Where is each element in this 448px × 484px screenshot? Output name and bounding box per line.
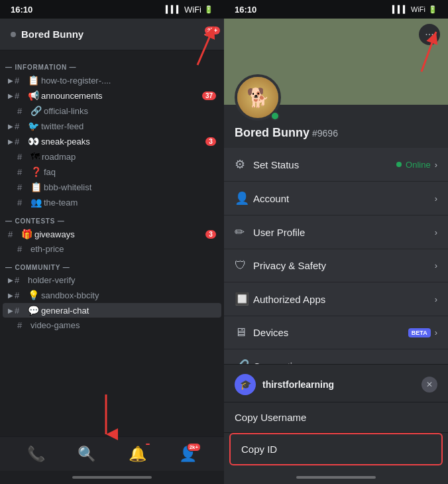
server-bullet (11, 32, 16, 37)
menu-account[interactable]: 👤 Account › (224, 182, 448, 215)
channel-name: faq (44, 167, 216, 177)
home-indicator-container-left (0, 471, 224, 484)
chevron-icon: › (435, 294, 437, 304)
bell-badge (145, 443, 150, 446)
channel-badge: 3 (205, 230, 216, 239)
copy-id-option[interactable]: Copy ID (229, 433, 443, 465)
channel-video-games[interactable]: # video-games (3, 318, 221, 332)
online-indicator (270, 111, 280, 121)
channel-name: holder-verify (28, 275, 216, 285)
connections-icon: 🔗 (235, 359, 253, 364)
menu-user-profile[interactable]: ✏ User Profile › (224, 215, 448, 249)
menu-privacy-safety[interactable]: 🛡 Privacy & Safety › (224, 249, 448, 282)
menu-devices[interactable]: 🖥 Devices BETA › (224, 316, 448, 349)
hash-icon: # (8, 229, 19, 239)
menu-set-status[interactable]: ⚙ Set Status Online › (224, 148, 448, 182)
status-icons-left: ▍▍▍ WiFi 🔋 (166, 5, 213, 15)
avatar-icon[interactable]: 👤 2k+ (179, 446, 197, 463)
chevron-icon: › (435, 194, 437, 204)
channel-sneak-peaks[interactable]: ▶ # 👀 sneak-peaks 3 (3, 134, 221, 149)
online-label: Online (406, 160, 431, 170)
channel-eth-price[interactable]: # eth-price (3, 242, 221, 256)
channel-sandbox-bbcity[interactable]: ▶ # 💡 sandbox-bbcity (3, 288, 221, 302)
category-label: — INFORMATION — (5, 64, 76, 71)
category-contests: — CONTESTS — (0, 215, 224, 226)
status-bar-left: 16:10 ▍▍▍ WiFi 🔋 (0, 0, 224, 19)
wifi-icon-r: WiFi (411, 5, 425, 13)
menu-connections[interactable]: 🔗 Connections › (224, 349, 448, 364)
channel-name: official-links (44, 106, 216, 116)
bell-icon[interactable]: 🔔 (129, 446, 146, 463)
online-dot-menu (396, 162, 402, 167)
channel-official-links[interactable]: # 🔗 official-links (3, 103, 221, 118)
battery-icon: 🔋 (204, 5, 213, 14)
channel-badge: 37 (202, 91, 216, 100)
chevron-icon: › (435, 160, 437, 170)
menu-section: ⚙ Set Status Online › 👤 Account › ✏ User… (224, 148, 448, 364)
hash-icon: # (15, 290, 25, 300)
copy-id-label: Copy ID (241, 444, 277, 455)
expand-icon: ▶ (8, 276, 13, 284)
copy-username-label: Copy Username (235, 412, 306, 423)
menu-label: Account (253, 193, 435, 204)
expand-icon: ▶ (8, 77, 13, 84)
battery-icon-r: 🔋 (428, 5, 437, 14)
time-left: 16:10 (11, 5, 32, 15)
menu-authorized-apps[interactable]: 🔲 Authorized Apps › (224, 282, 448, 316)
channel-emoji: 💡 (28, 290, 39, 300)
server-header[interactable]: Bored Bunny ··· (0, 19, 224, 50)
chevron-icon: › (435, 261, 437, 271)
channel-announcements[interactable]: ▶ # 📢 announcements 37 (3, 88, 221, 103)
channel-badge: 3 (205, 137, 216, 146)
channel-twitter-feed[interactable]: ▶ # 🐦 twitter-feed (3, 119, 221, 133)
chevron-icon: › (435, 227, 437, 237)
profile-more-button[interactable]: ··· (419, 24, 440, 45)
channel-holder-verify[interactable]: ▶ # holder-verify (3, 273, 221, 287)
chevron-icon: › (435, 328, 437, 337)
channel-emoji: 👀 (28, 136, 39, 147)
channel-name: announcements (41, 91, 202, 101)
copy-username-option[interactable]: Copy Username (224, 402, 448, 433)
channel-faq[interactable]: # ❓ faq (3, 164, 221, 179)
channel-name: giveaways (34, 229, 205, 239)
menu-right-status: Online › (396, 160, 437, 170)
channel-general-chat[interactable]: ▶ # 💬 general-chat (3, 303, 221, 318)
channel-emoji: 🎁 (21, 229, 32, 239)
status-icon: ⚙ (235, 157, 253, 172)
channel-bbb-whitelist[interactable]: # 📋 bbb-whitelist (3, 180, 221, 194)
category-information: — INFORMATION — (0, 61, 224, 72)
devices-icon: 🖥 (235, 326, 253, 339)
time-right: 16:10 (235, 5, 256, 15)
category-community: — COMMUNITY — (0, 261, 224, 272)
bottom-sheet: 🎓 thirstforlearning ✕ Copy Username Copy… (224, 364, 448, 471)
channel-name: twitter-feed (41, 121, 216, 131)
channel-emoji: 📢 (28, 90, 39, 101)
channel-emoji: 🔗 (30, 105, 42, 116)
hash-icon: # (15, 121, 25, 131)
hash-icon: # (17, 320, 28, 330)
close-button[interactable]: ✕ (421, 377, 437, 393)
channel-emoji: 💬 (28, 305, 39, 316)
expand-icon: ▶ (8, 123, 13, 130)
beta-badge: BETA (408, 328, 431, 337)
channel-emoji: 📋 (28, 75, 39, 86)
channel-roadmap[interactable]: # 🗺 roadmap (3, 149, 221, 164)
left-panel: 16:10 ▍▍▍ WiFi 🔋 Bored Bunny ··· 2k+ — I… (0, 0, 224, 484)
bottom-sheet-username: thirstforlearning (262, 379, 334, 390)
home-indicator-left (72, 476, 152, 479)
hash-icon: # (17, 244, 28, 254)
channel-emoji: 🐦 (28, 121, 39, 131)
expand-icon: ▶ (8, 92, 13, 99)
channel-giveaways[interactable]: # 🎁 giveaways 3 (3, 227, 221, 241)
channel-the-team[interactable]: # 👥 the-team (3, 195, 221, 210)
home-indicator-right (296, 476, 376, 479)
channel-emoji: 🗺 (30, 151, 40, 162)
search-icon[interactable]: 🔍 (78, 446, 95, 463)
hash-icon: # (15, 306, 25, 316)
home-indicator-container-right (224, 471, 448, 484)
channel-name: video-games (30, 320, 216, 330)
profile-tag: #9696 (312, 128, 338, 139)
phone-icon[interactable]: 📞 (27, 446, 45, 463)
wifi-icon: WiFi (184, 5, 201, 15)
channel-how-to-register[interactable]: ▶ # 📋 how-to-register-.... (3, 73, 221, 88)
